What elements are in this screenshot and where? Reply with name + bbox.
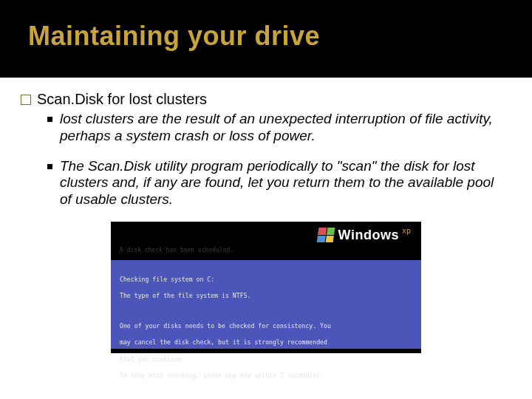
windows-flag-icon	[316, 228, 335, 242]
checkbox-icon	[21, 95, 31, 105]
top-item-text: Scan.Disk for lost clusters	[37, 91, 207, 108]
title-bar: Maintaining your drive	[0, 0, 532, 78]
console-line-5: that you continue.	[120, 355, 412, 364]
console-line-3: One of your disks needs to be checked fo…	[120, 322, 412, 330]
sub-bullet-list: lost clusters are the result of an unexp…	[21, 111, 511, 208]
sub-bullet-2-text: The Scan.Disk utility program periodical…	[60, 158, 503, 208]
square-bullet-icon	[47, 164, 52, 169]
windows-wordmark: Windows	[338, 228, 399, 243]
chkdsk-console-text: Checking file system on C: The type of t…	[111, 260, 421, 349]
console-line-6: To skip disk checking, press any key wit…	[120, 372, 412, 380]
screenshot-container: Windows xp A disk check has been schedul…	[21, 222, 511, 353]
content-area: Scan.Disk for lost clusters lost cluster…	[0, 78, 532, 353]
sub-bullet-1: lost clusters are the result of an unexp…	[47, 111, 511, 145]
console-line-1: Checking file system on C:	[120, 276, 412, 284]
slide-title: Maintaining your drive	[28, 21, 532, 52]
console-line-2: The type of the file system is NTFS.	[120, 292, 412, 300]
console-line-4: may cancel the disk check, but it is str…	[120, 338, 412, 347]
sub-bullet-1-text: lost clusters are the result of an unexp…	[60, 111, 503, 145]
windows-logo-area: Windows xp	[318, 228, 412, 243]
faint-status-line: A disk check has been scheduled.	[120, 247, 233, 253]
square-bullet-icon	[47, 117, 52, 122]
windows-edition: xp	[402, 227, 411, 235]
windows-chkdsk-screenshot: Windows xp A disk check has been schedul…	[111, 222, 421, 353]
sub-bullet-2: The Scan.Disk utility program periodical…	[47, 158, 511, 208]
bullet-level-1: Scan.Disk for lost clusters	[21, 91, 511, 108]
